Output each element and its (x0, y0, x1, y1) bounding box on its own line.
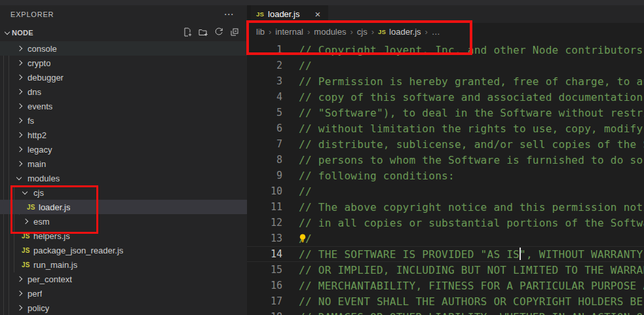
tree-item-console[interactable]: console (0, 41, 247, 56)
code-line-9-row[interactable]: 9// following conditions: (247, 168, 644, 183)
line-number[interactable]: 9 (247, 170, 299, 181)
tree-item-http2[interactable]: http2 (0, 128, 247, 142)
tree-item-dns[interactable]: dns (0, 84, 247, 99)
code-editor[interactable]: 1// Copyright Joyent, Inc. and other Nod… (247, 41, 644, 315)
line-number[interactable]: 6 (247, 122, 299, 134)
line-number[interactable]: 4 (247, 91, 299, 103)
breadcrumb-item--[interactable]: … (431, 27, 441, 37)
line-number[interactable]: 15 (247, 264, 299, 276)
line-number[interactable]: 16 (247, 280, 299, 291)
line-number[interactable]: 5 (247, 107, 299, 119)
code-line-3-row[interactable]: 3// Permission is hereby granted, free o… (247, 73, 644, 89)
new-file-icon[interactable] (181, 25, 193, 39)
chevron-right-icon[interactable] (16, 274, 28, 284)
code-line[interactable]: // "Software"), to deal in the Software … (299, 107, 644, 119)
line-number[interactable]: 10 (247, 185, 299, 197)
code-line-12-row[interactable]: 12// in all copies or substantial portio… (247, 215, 644, 231)
chevron-right-icon[interactable] (16, 58, 28, 68)
collapse-all-icon[interactable] (228, 25, 240, 39)
code-line-18-row[interactable]: 18// DAMAGES OR OTHER LIABILITY, WHETHER… (247, 309, 644, 315)
chevron-right-icon[interactable] (16, 144, 28, 155)
chevron-right-icon[interactable] (16, 158, 28, 169)
chevron-right-icon[interactable] (16, 86, 28, 97)
tree-item-helpers-js[interactable]: JShelpers.js (0, 229, 247, 243)
code-line-2-row[interactable]: 2// (247, 58, 644, 73)
code-line[interactable]: // DAMAGES OR OTHER LIABILITY, WHETHER I… (299, 311, 644, 315)
code-line[interactable]: // NO EVENT SHALL THE AUTHORS OR COPYRIG… (299, 295, 644, 308)
chevron-down-icon[interactable] (16, 173, 28, 183)
line-number[interactable]: 18 (247, 311, 299, 315)
tree-item-run-main-js[interactable]: JSrun_main.js (0, 257, 247, 272)
tree-item-cjs[interactable]: cjs (0, 185, 247, 200)
line-number[interactable]: 11 (247, 201, 299, 213)
line-number[interactable]: 17 (247, 295, 299, 307)
chevron-right-icon[interactable] (16, 288, 28, 299)
chevron-right-icon[interactable] (22, 216, 33, 227)
more-actions-icon[interactable]: ⋯ (221, 7, 236, 22)
line-number[interactable]: 7 (247, 138, 299, 150)
code-line[interactable]: // Copyright Joyent, Inc. and other Node… (299, 44, 644, 56)
code-line[interactable]: // without limitation the rights to use,… (299, 122, 644, 135)
code-line-4-row[interactable]: 4// copy of this software and associated… (247, 89, 644, 105)
code-line-10-row[interactable]: 10// (247, 183, 644, 199)
new-folder-icon[interactable] (197, 25, 209, 39)
code-line[interactable]: // The above copyright notice and this p… (299, 201, 644, 213)
code-line-5-row[interactable]: 5// "Software"), to deal in the Software… (247, 105, 644, 120)
code-line[interactable]: // OR IMPLIED, INCLUDING BUT NOT LIMITED… (299, 264, 644, 276)
tree-item-per-context[interactable]: per_context (0, 272, 247, 286)
line-number[interactable]: 14 (247, 248, 299, 260)
code-line[interactable]: // copy of this software and associated … (299, 91, 644, 103)
code-line-11-row[interactable]: 11// The above copyright notice and this… (247, 199, 644, 215)
line-number[interactable]: 13 (247, 232, 299, 244)
lightbulb-icon[interactable] (297, 233, 308, 244)
code-line[interactable]: // THE SOFTWARE IS PROVIDED "AS IS", WIT… (299, 248, 644, 261)
tree-item-legacy[interactable]: legacy (0, 142, 247, 157)
refresh-icon[interactable] (212, 25, 225, 39)
chevron-right-icon[interactable] (16, 130, 28, 140)
code-line[interactable]: // persons to whom the Software is furni… (299, 154, 644, 166)
chevron-down-icon[interactable] (22, 187, 33, 198)
chevron-right-icon[interactable] (16, 303, 28, 313)
code-line-7-row[interactable]: 7// distribute, sublicense, and/or sell … (247, 136, 644, 152)
chevron-right-icon[interactable] (16, 72, 28, 83)
code-line-8-row[interactable]: 8// persons to whom the Software is furn… (247, 152, 644, 168)
code-line[interactable]: // Permission is hereby granted, free of… (299, 75, 644, 88)
close-icon[interactable]: × (313, 10, 323, 19)
tree-item-crypto[interactable]: crypto (0, 56, 247, 70)
line-number[interactable]: 2 (247, 60, 299, 71)
breadcrumb-item-cjs[interactable]: cjs (356, 27, 368, 37)
code-line[interactable]: // (299, 232, 644, 245)
code-line-15-row[interactable]: 15// OR IMPLIED, INCLUDING BUT NOT LIMIT… (247, 262, 644, 278)
tree-item-debugger[interactable]: debugger (0, 70, 247, 84)
line-number[interactable]: 3 (247, 75, 299, 87)
tree-item-fs[interactable]: fs (0, 113, 247, 128)
code-line[interactable]: // following conditions: (299, 170, 644, 182)
tree-item-loader-js[interactable]: JSloader.js (0, 200, 247, 214)
breadcrumb-item-lib[interactable]: lib (256, 27, 265, 37)
code-line[interactable]: // distribute, sublicense, and/or sell c… (299, 138, 644, 151)
line-number[interactable]: 1 (247, 44, 299, 56)
chevron-right-icon[interactable] (16, 43, 28, 54)
code-line-16-row[interactable]: 16// MERCHANTABILITY, FITNESS FOR A PART… (247, 278, 644, 293)
tree-item-package-json-reader-js[interactable]: JSpackage_json_reader.js (0, 243, 247, 257)
code-line[interactable]: // (299, 60, 644, 72)
code-line[interactable]: // in all copies or substantial portions… (299, 217, 644, 229)
chevron-right-icon[interactable] (16, 101, 28, 111)
node-section-header[interactable]: NODE (0, 24, 247, 41)
breadcrumb-item-loader-js[interactable]: JSloader.js (377, 27, 421, 37)
code-line[interactable]: // MERCHANTABILITY, FITNESS FOR A PARTIC… (299, 280, 644, 292)
breadcrumb-item-modules[interactable]: modules (313, 27, 347, 37)
tree-item-modules[interactable]: modules (0, 171, 247, 185)
code-line-1-row[interactable]: 1// Copyright Joyent, Inc. and other Nod… (247, 42, 644, 58)
code-line-17-row[interactable]: 17// NO EVENT SHALL THE AUTHORS OR COPYR… (247, 293, 644, 309)
tree-item-perf[interactable]: perf (0, 286, 247, 301)
code-line-14-row[interactable]: 14// THE SOFTWARE IS PROVIDED "AS IS", W… (247, 246, 644, 262)
tree-item-esm[interactable]: esm (0, 214, 247, 229)
chevron-right-icon[interactable] (16, 115, 28, 126)
line-number[interactable]: 8 (247, 154, 299, 166)
breadcrumb-item-internal[interactable]: internal (275, 27, 304, 37)
tree-item-policy[interactable]: policy (0, 301, 247, 315)
code-line-6-row[interactable]: 6// without limitation the rights to use… (247, 120, 644, 136)
code-line[interactable]: // (299, 185, 644, 198)
line-number[interactable]: 12 (247, 217, 299, 229)
